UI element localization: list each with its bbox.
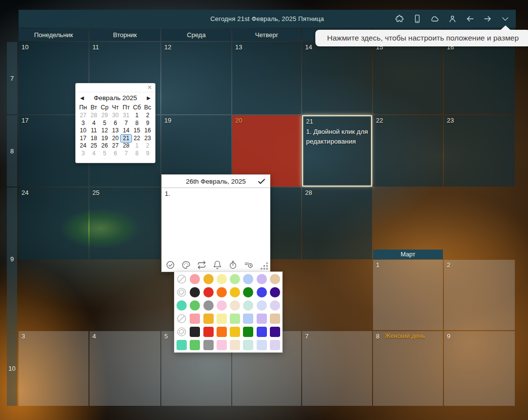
day-cell-feb-25[interactable]: 25	[89, 188, 160, 259]
color-swatch[interactable]	[270, 287, 280, 297]
datepicker-day[interactable]: 6	[110, 150, 121, 158]
datepicker-day[interactable]: 1	[132, 142, 142, 150]
color-swatch[interactable]	[190, 314, 200, 324]
datepicker-day[interactable]: 2	[142, 112, 153, 120]
day-cell-feb-15[interactable]: 15	[373, 42, 443, 114]
datepicker-day[interactable]: 13	[110, 127, 121, 135]
color-swatch[interactable]	[243, 300, 253, 311]
day-cell-feb-28[interactable]: 28	[302, 188, 372, 259]
datepicker-day[interactable]: 3	[78, 150, 88, 158]
prev-month-icon[interactable]: ◀	[80, 95, 84, 101]
stopwatch-icon[interactable]	[228, 260, 238, 270]
datepicker-day[interactable]: 30	[110, 112, 121, 120]
datepicker-day-selected[interactable]: 21	[121, 135, 132, 143]
smartphone-icon[interactable]	[413, 14, 422, 23]
no-color-icon[interactable]	[176, 314, 187, 324]
color-swatch[interactable]	[217, 327, 227, 337]
datepicker-day[interactable]: 2	[142, 142, 153, 150]
datepicker-day[interactable]: 8	[132, 120, 142, 127]
color-swatch[interactable]	[243, 287, 253, 297]
color-swatch[interactable]	[270, 314, 280, 324]
color-swatch[interactable]	[257, 274, 267, 284]
color-swatch[interactable]	[230, 340, 240, 350]
color-swatch[interactable]	[217, 300, 227, 311]
custom-color-icon[interactable]	[176, 327, 187, 337]
color-swatch[interactable]	[257, 340, 267, 350]
datepicker-day[interactable]: 18	[88, 135, 99, 143]
chevron-down-icon[interactable]	[501, 14, 510, 23]
color-swatch[interactable]	[270, 274, 280, 284]
color-swatch[interactable]	[190, 300, 200, 311]
day-cell-feb-12[interactable]: 12	[161, 42, 231, 114]
puzzle-icon[interactable]	[395, 14, 404, 23]
day-cell-feb-16[interactable]: 16	[444, 42, 515, 114]
bell-icon[interactable]	[213, 260, 222, 270]
note-date-label[interactable]: 26th Февраль, 2025	[162, 178, 270, 185]
next-month-icon[interactable]: ▶	[147, 95, 151, 101]
datepicker-day[interactable]: 29	[99, 112, 110, 120]
datepicker-day[interactable]: 11	[88, 127, 99, 135]
datepicker-day[interactable]: 5	[99, 150, 110, 158]
arrow-right-icon[interactable]	[483, 14, 492, 23]
datepicker-day[interactable]: 12	[99, 127, 110, 135]
day-cell-mar-2[interactable]: 2	[444, 260, 515, 330]
datepicker-day[interactable]: 20	[110, 135, 121, 143]
day-cell-mar-3[interactable]: 3	[19, 331, 88, 406]
note-text-area[interactable]: 1.	[162, 188, 270, 258]
datepicker-day[interactable]: 22	[132, 135, 142, 143]
confirm-check-icon[interactable]	[257, 177, 266, 186]
day-cell-feb-22[interactable]: 22	[373, 115, 443, 187]
color-swatch[interactable]	[217, 274, 227, 284]
datepicker-day[interactable]: 27	[78, 112, 88, 120]
custom-color-icon[interactable]	[176, 287, 187, 297]
color-swatch[interactable]	[203, 300, 214, 311]
color-swatch[interactable]	[230, 300, 240, 311]
datepicker-day[interactable]: 23	[142, 135, 153, 143]
palette-icon[interactable]	[181, 260, 191, 270]
color-swatch[interactable]	[230, 287, 240, 297]
resize-grip[interactable]	[260, 261, 269, 271]
datepicker-day[interactable]: 4	[88, 120, 99, 127]
color-swatch[interactable]	[190, 327, 200, 337]
color-swatch[interactable]	[203, 314, 214, 324]
datepicker-day[interactable]: 25	[88, 142, 99, 150]
datepicker-day[interactable]: 15	[132, 127, 142, 135]
color-swatch[interactable]	[243, 327, 253, 337]
datepicker-day[interactable]: 7	[121, 150, 132, 158]
datepicker-day[interactable]: 28	[88, 112, 99, 120]
day-cell-feb-24[interactable]: 24	[19, 188, 88, 259]
color-swatch[interactable]	[243, 274, 253, 284]
datepicker-day[interactable]: 16	[142, 127, 153, 135]
color-swatch[interactable]	[270, 300, 280, 311]
datepicker-day[interactable]: 9	[142, 120, 153, 127]
color-swatch[interactable]	[203, 327, 214, 337]
color-swatch[interactable]	[270, 327, 280, 337]
color-swatch[interactable]	[203, 287, 214, 297]
datepicker-day[interactable]: 27	[110, 142, 121, 150]
color-swatch[interactable]	[257, 300, 267, 311]
color-swatch[interactable]	[190, 274, 200, 284]
color-swatch[interactable]	[176, 340, 187, 350]
color-swatch[interactable]	[217, 340, 227, 350]
color-swatch[interactable]	[190, 340, 200, 350]
color-swatch[interactable]	[243, 340, 253, 350]
datepicker-day[interactable]: 19	[99, 135, 110, 143]
color-swatch[interactable]	[217, 287, 227, 297]
day-cell-mar-8-holiday[interactable]: 8Женский день	[373, 331, 443, 406]
datepicker-day[interactable]: 8	[132, 150, 142, 158]
color-swatch[interactable]	[230, 327, 240, 337]
calendar-titlebar[interactable]: Сегодня 21st Февраль, 2025 Пятница	[19, 10, 516, 28]
day-cell-feb-23[interactable]: 23	[444, 115, 515, 187]
day-cell-mar-1[interactable]: 1	[373, 260, 443, 330]
datepicker-day[interactable]: 1	[132, 112, 142, 120]
color-swatch[interactable]	[203, 340, 214, 350]
datepicker-day[interactable]: 24	[78, 142, 88, 150]
close-icon[interactable]: ✕	[147, 84, 152, 91]
color-swatch[interactable]	[176, 300, 187, 311]
color-swatch[interactable]	[243, 314, 253, 324]
check-circle-icon[interactable]	[166, 260, 175, 270]
color-swatch[interactable]	[203, 274, 214, 284]
color-swatch[interactable]	[230, 274, 240, 284]
day-cell-mar-9[interactable]: 9	[444, 331, 515, 406]
color-swatch[interactable]	[257, 314, 267, 324]
